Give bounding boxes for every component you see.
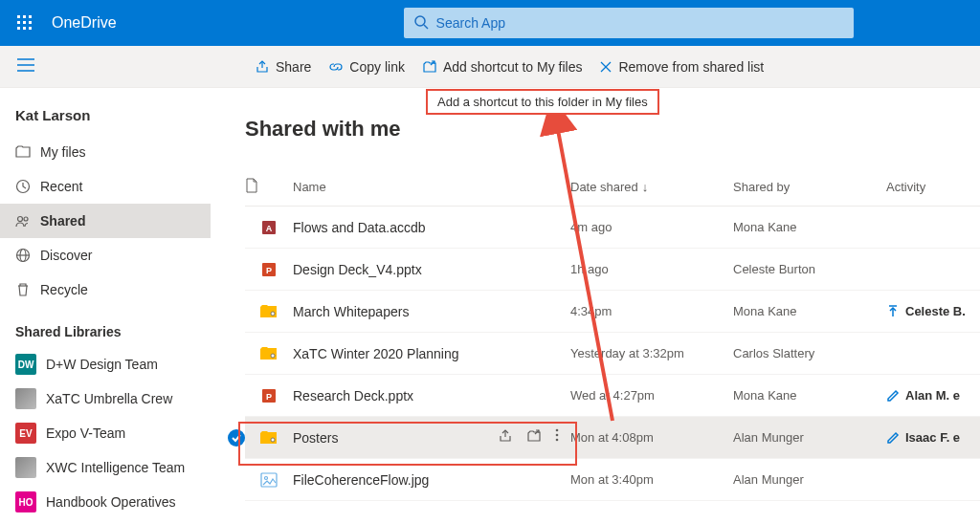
file-name: March Whitepapers [293, 304, 570, 319]
content-area: Shared with me Name Date shared↓ Shared … [211, 88, 980, 523]
svg-line-10 [424, 25, 428, 29]
people-icon [15, 213, 40, 229]
sidebar-item-discover[interactable]: Discover [0, 238, 211, 272]
library-badge: HO [15, 491, 36, 512]
remove-from-shared-button[interactable]: Remove from shared list [599, 59, 764, 75]
svg-rect-0 [17, 15, 20, 18]
nav-label: My files [40, 144, 85, 160]
sidebar-item-recycle[interactable]: Recycle [0, 272, 211, 307]
svg-text:P: P [266, 392, 272, 402]
sidebar-library-item[interactable]: XaTC Umbrella Crew [0, 381, 211, 416]
file-name: Design Deck_V4.pptx [293, 262, 570, 277]
svg-point-33 [556, 434, 559, 437]
svg-point-26 [271, 312, 275, 316]
add-shortcut-label: Add shortcut to My files [443, 59, 583, 75]
nav-label: Shared [40, 213, 85, 229]
share-icon [255, 59, 270, 75]
col-date-header[interactable]: Date shared↓ [570, 180, 733, 194]
svg-rect-8 [29, 27, 32, 30]
svg-point-9 [415, 16, 425, 26]
search-icon [413, 14, 429, 33]
page-title: Shared with me [245, 117, 980, 142]
svg-point-32 [556, 429, 559, 432]
shortcut-tooltip: Add a shortcut to this folder in My file… [426, 89, 659, 115]
file-name: Research Deck.pptx [293, 388, 570, 403]
col-activity-header[interactable]: Activity [886, 180, 980, 194]
nav-label: Recent [40, 179, 82, 194]
library-badge: EV [15, 423, 36, 444]
table-row[interactable]: PostersMon at 4:08pmAlan MungerIsaac F. … [245, 417, 980, 459]
file-name: XaTC Winter 2020 Planning [293, 346, 570, 361]
svg-point-34 [556, 439, 559, 442]
clock-icon [15, 179, 40, 194]
nav-label: Discover [40, 248, 92, 263]
svg-point-17 [18, 217, 23, 222]
svg-rect-2 [29, 15, 32, 18]
activity: Alan M. e [886, 388, 980, 403]
library-label: XWC Intelligence Team [46, 460, 185, 475]
sidebar-item-recent[interactable]: Recent [0, 169, 211, 204]
library-badge [15, 457, 36, 478]
table-row[interactable]: XaTC Winter 2020 PlanningYesterday at 3:… [245, 333, 980, 375]
sidebar-library-item[interactable]: DWD+W Design Team [0, 347, 211, 381]
waffle-icon [17, 15, 33, 31]
library-badge: DW [15, 354, 36, 375]
column-headers: Name Date shared↓ Shared by Activity [245, 168, 980, 207]
file-type-icon [245, 472, 293, 488]
sidebar-library-item[interactable]: XWC Intelligence Team [0, 450, 211, 485]
date-shared: Yesterday at 3:32pm [570, 346, 733, 360]
sidebar-library-item[interactable]: HOHandbook Operatives [0, 485, 211, 519]
table-row[interactable]: PResearch Deck.pptxWed at 4:27pmMona Kan… [245, 375, 980, 417]
table-row[interactable]: March Whitepapers4:34pmMona KaneCeleste … [245, 291, 980, 333]
sort-down-icon: ↓ [642, 180, 649, 194]
shared-by: Mona Kane [733, 304, 886, 318]
search-box[interactable] [404, 8, 854, 38]
add-shortcut-button[interactable]: Add shortcut to My files [422, 59, 583, 75]
table-row[interactable]: AFlows and Data.accdb4m agoMona Kane [245, 207, 980, 249]
file-type-icon: P [245, 261, 293, 278]
library-label: XaTC Umbrella Crew [46, 391, 172, 406]
date-shared: 4:34pm [570, 304, 733, 318]
col-name-header[interactable]: Name [293, 180, 570, 194]
share-button[interactable]: Share [255, 59, 311, 75]
command-bar: Share Copy link Add shortcut to My files… [0, 46, 980, 88]
svg-point-36 [265, 476, 268, 479]
svg-rect-1 [23, 15, 26, 18]
file-name: FileCoherenceFlow.jpg [293, 472, 570, 488]
share-label: Share [276, 59, 311, 75]
svg-rect-5 [29, 21, 32, 24]
copy-link-button[interactable]: Copy link [328, 59, 405, 75]
table-row[interactable]: PDesign Deck_V4.pptx1h agoCeleste Burton [245, 249, 980, 291]
file-icon [245, 178, 258, 193]
col-sharedby-header[interactable]: Shared by [733, 180, 886, 194]
globe-icon [15, 248, 40, 263]
shared-by: Mona Kane [733, 388, 886, 403]
shortcut-icon [422, 59, 437, 75]
top-header: OneDrive [0, 0, 980, 46]
file-type-icon [245, 346, 293, 361]
sidebar-item-myfiles[interactable]: My files [0, 135, 211, 169]
sidebar-library-item[interactable]: EVExpo V-Team [0, 416, 211, 450]
col-icon [245, 178, 293, 196]
svg-rect-4 [23, 21, 26, 24]
nav-label: Recycle [40, 282, 88, 297]
date-shared: Mon at 4:08pm [570, 430, 733, 445]
file-name: Posters [293, 430, 498, 446]
library-label: Handbook Operatives [46, 494, 175, 510]
row-share-icon[interactable] [498, 428, 513, 447]
search-input[interactable] [436, 15, 844, 31]
table-row[interactable]: FileCoherenceFlow.jpgMon at 3:40pmAlan M… [245, 459, 980, 501]
user-name: Kat Larson [0, 107, 211, 135]
row-more-icon[interactable] [555, 428, 559, 447]
trash-icon [15, 282, 40, 297]
row-shortcut-icon[interactable] [526, 428, 542, 447]
shared-by: Alan Munger [733, 430, 886, 445]
svg-rect-7 [23, 27, 26, 30]
svg-text:A: A [266, 224, 273, 233]
activity: Isaac F. e [886, 430, 980, 445]
file-type-icon [245, 304, 293, 319]
nav-toggle-button[interactable] [17, 58, 34, 75]
app-launcher-button[interactable] [10, 8, 40, 38]
sidebar-item-shared[interactable]: Shared [0, 204, 211, 238]
svg-point-28 [271, 354, 275, 358]
